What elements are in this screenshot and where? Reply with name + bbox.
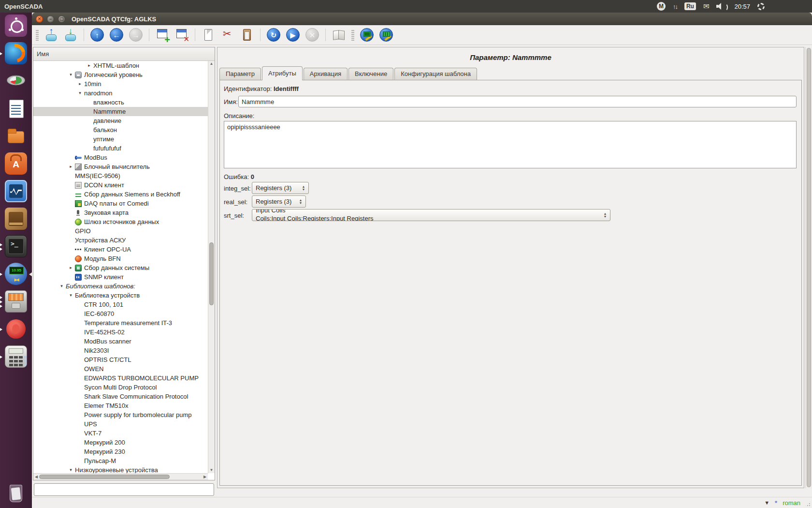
tree-item[interactable]: уптиме <box>33 134 208 144</box>
tree-item[interactable]: Меркурий 230 <box>33 447 208 456</box>
volume-indicator-icon[interactable] <box>716 2 727 10</box>
tree-item[interactable]: Устройства АСКУ <box>33 236 208 245</box>
tree-item[interactable]: Сбор данных Siemens и Beckhoff <box>33 190 208 199</box>
tree-item[interactable]: GPIO <box>33 226 208 236</box>
tree-item[interactable]: Temperature measurement IT-3 <box>33 318 208 328</box>
messaging-menu-icon[interactable]: M <box>657 2 666 11</box>
tree-vscroll-thumb[interactable] <box>209 242 214 305</box>
expander-closed-icon[interactable]: ▸ <box>76 79 84 89</box>
tree-item[interactable]: ModBus scanner <box>33 337 208 346</box>
tab-parameter[interactable]: Параметр <box>219 68 261 80</box>
launcher-item-disk-2[interactable] <box>0 401 32 424</box>
expander-open-icon[interactable]: ▾ <box>67 70 75 79</box>
srt-sel-combobox[interactable]: Input Coils Coils;Input Coils;Registers;… <box>252 209 610 221</box>
tree-item[interactable]: IVE-452HS-02 <box>33 328 208 337</box>
scroll-up-arrow-icon[interactable]: ▲ <box>208 61 215 67</box>
tab-template-config[interactable]: Конфигурация шаблона <box>394 68 477 80</box>
tree-hscroll-thumb[interactable] <box>39 475 170 479</box>
up-button[interactable]: ↑ <box>89 27 105 43</box>
tree-item[interactable]: SNMP клиент <box>33 272 208 282</box>
tree-item[interactable]: ▾Библиотека шаблонов: <box>33 282 208 291</box>
tree-horizontal-scrollbar[interactable]: ◀ ▶ <box>33 473 208 480</box>
tree-item[interactable]: Звуковая карта <box>33 208 208 217</box>
launcher-item-writer[interactable] <box>0 97 32 120</box>
status-dropdown-icon[interactable]: ▼ <box>764 500 769 506</box>
tree-item[interactable]: ▸Блочный вычислитель <box>33 162 208 171</box>
tree-item[interactable]: Пульсар-М <box>33 456 208 465</box>
tree-item[interactable]: DAQ платы от Comedi <box>33 199 208 208</box>
tree-item[interactable]: Nik2303I <box>33 346 208 355</box>
tree-item[interactable]: ▾Логический уровень <box>33 70 208 79</box>
tab-enable[interactable]: Включение <box>348 68 393 80</box>
real-sel-combobox[interactable]: Registers (3) ▲▼ <box>252 195 306 208</box>
tree-item[interactable]: DCON клиент <box>33 180 208 190</box>
toolbar-drag-handle[interactable] <box>351 29 354 41</box>
window-maximize-button[interactable]: ▢ <box>58 15 65 23</box>
tree-item[interactable]: Клиент OPC-UA <box>33 245 208 254</box>
toolbar-drag-handle[interactable] <box>36 29 39 41</box>
tree-item[interactable]: Шлюз источников данных <box>33 217 208 226</box>
spinner-arrows-icon[interactable]: ▲▼ <box>602 210 609 220</box>
tree-item[interactable]: ▸XHTML-шаблон <box>33 61 208 70</box>
spinner-arrows-icon[interactable]: ▲▼ <box>297 197 304 206</box>
tree-item[interactable]: Меркурий 200 <box>33 438 208 447</box>
launcher-item-ubuntu-dash[interactable] <box>0 15 32 38</box>
copy-item-button[interactable] <box>201 27 216 43</box>
expander-closed-icon[interactable]: ▸ <box>85 61 93 70</box>
expander-open-icon[interactable]: ▾ <box>67 291 75 300</box>
window-titlebar[interactable]: ✕ – ▢ OpenSCADA QTCfg: AGLKS <box>32 13 812 25</box>
tree-item[interactable]: давление <box>33 116 208 125</box>
session-gear-icon[interactable] <box>757 3 765 10</box>
launcher-item-archive[interactable] <box>0 290 32 314</box>
launcher-item-terminal[interactable] <box>0 235 32 258</box>
tree-item[interactable]: CTR 100, 101 <box>33 300 208 309</box>
tree-item[interactable]: Elemer TM510x <box>33 401 208 410</box>
launcher-item-firefox[interactable] <box>0 42 32 65</box>
load-from-db-button[interactable] <box>44 27 59 43</box>
expander-open-icon[interactable]: ▾ <box>58 282 66 291</box>
description-textarea[interactable]: opipipissssanieeee <box>224 121 797 168</box>
add-item-button[interactable] <box>155 27 170 43</box>
panel-vertical-scrollbar[interactable] <box>805 47 812 488</box>
tree-item[interactable]: ModBus <box>33 153 208 162</box>
save-to-db-button[interactable] <box>63 27 78 43</box>
scroll-left-arrow-icon[interactable]: ◀ <box>33 474 39 480</box>
start-updating-button[interactable]: ▶ <box>285 27 301 43</box>
refresh-button[interactable]: ↻ <box>266 27 281 43</box>
scroll-down-arrow-icon[interactable]: ▼ <box>208 467 215 473</box>
tree-vertical-scrollbar[interactable]: ▲ ▼ <box>208 61 215 473</box>
launcher-item-disk-usage[interactable] <box>0 70 32 93</box>
tree-item[interactable]: OPTRIS CT/CTL <box>33 355 208 364</box>
paste-item-button[interactable] <box>239 27 255 43</box>
delete-item-button[interactable] <box>174 27 189 43</box>
tree-item[interactable]: VKT-7 <box>33 429 208 438</box>
tree-column-header[interactable]: Имя <box>33 47 215 61</box>
expander-open-icon[interactable]: ▾ <box>76 89 84 98</box>
name-input[interactable] <box>238 96 797 107</box>
tree-item[interactable]: OWEN <box>33 364 208 374</box>
tree-item[interactable]: Sycon Multi Drop Protocol <box>33 383 208 392</box>
launcher-item-disk-3[interactable] <box>0 428 32 451</box>
panel-vscroll-thumb[interactable] <box>807 48 811 487</box>
network-indicator-icon[interactable]: ↑↓ <box>673 3 677 10</box>
window-minimize-button[interactable]: – <box>47 15 54 23</box>
tree-item[interactable]: UPS <box>33 419 208 429</box>
tree-item[interactable]: ▾Библиотека устройств <box>33 291 208 300</box>
launcher-item-workshop[interactable] <box>0 208 32 231</box>
tree-item-selected[interactable]: Nammmme <box>33 107 208 116</box>
tree-item[interactable]: EDWARDS TURBOMOLECULAR PUMP <box>33 374 208 383</box>
tab-archiving[interactable]: Архивация <box>304 68 348 80</box>
tree-item[interactable]: влажность <box>33 98 208 107</box>
tree-item[interactable]: IEC-60870 <box>33 309 208 318</box>
tree-item[interactable]: ▸10min <box>33 79 208 89</box>
scroll-right-arrow-icon[interactable]: ▶ <box>202 474 208 480</box>
current-user[interactable]: roman <box>783 499 800 507</box>
spinner-arrows-icon[interactable]: ▲▼ <box>300 183 307 193</box>
tree-item[interactable]: ▸Сбор данных системы <box>33 263 208 272</box>
tab-attributes[interactable]: Атрибуты <box>262 66 303 80</box>
keyboard-layout-indicator[interactable]: Ru <box>684 2 696 10</box>
resize-grip[interactable] <box>805 501 811 507</box>
tree-search-input[interactable] <box>34 483 214 496</box>
launcher-item-openscada[interactable]: 10.95▸◂ <box>0 263 32 286</box>
tree-item[interactable]: балькон <box>33 125 208 134</box>
